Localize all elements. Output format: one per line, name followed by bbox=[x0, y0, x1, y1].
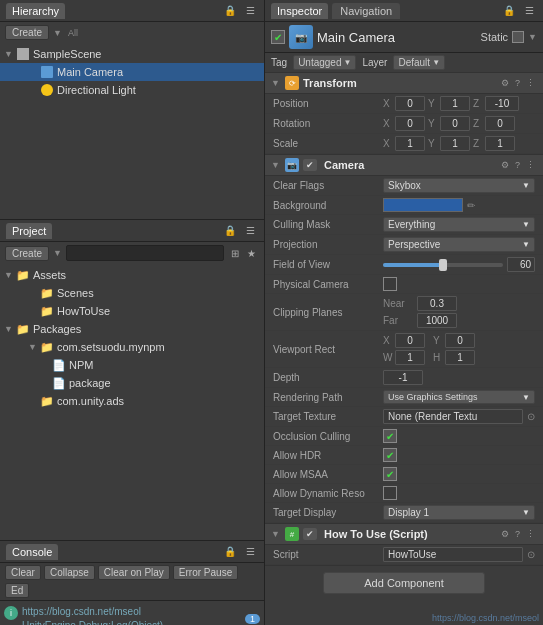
script-enabled-check[interactable]: ✔ bbox=[303, 528, 317, 540]
folder-com-setsuodu[interactable]: ▼ 📁 com.setsuodu.mynpm bbox=[0, 338, 264, 356]
add-component-button[interactable]: Add Component bbox=[323, 572, 485, 594]
static-checkbox[interactable] bbox=[512, 31, 524, 43]
occlusion-culling-checkbox[interactable]: ✔ bbox=[383, 429, 397, 443]
camera-help-icon[interactable]: ? bbox=[513, 159, 522, 171]
folder-scenes[interactable]: 📁 Scenes bbox=[0, 284, 264, 302]
transform-section-header[interactable]: ▼ ⟳ Transform ⚙ ? ⋮ bbox=[265, 72, 543, 94]
folder-package[interactable]: 📄 package bbox=[0, 374, 264, 392]
script-settings-icon[interactable]: ⚙ bbox=[499, 528, 511, 540]
hierarchy-create-btn[interactable]: Create bbox=[5, 25, 49, 40]
script-section-header[interactable]: ▼ # ✔ How To Use (Script) ⚙ ? ⋮ bbox=[265, 523, 543, 545]
pos-z-input[interactable] bbox=[485, 96, 519, 111]
console-clear-btn[interactable]: Clear bbox=[5, 565, 41, 580]
folder-com-unity-ads[interactable]: 📁 com.unity.ads bbox=[0, 392, 264, 410]
fov-slider[interactable] bbox=[383, 263, 503, 267]
console-ed-btn[interactable]: Ed bbox=[5, 583, 29, 598]
background-color-swatch[interactable] bbox=[383, 198, 463, 212]
target-texture-field[interactable]: None (Render Textu bbox=[383, 409, 523, 424]
tag-dropdown[interactable]: Untagged ▼ bbox=[293, 55, 356, 70]
projection-dropdown[interactable]: Perspective ▼ bbox=[383, 237, 535, 252]
camera-settings-icon[interactable]: ⚙ bbox=[499, 159, 511, 171]
console-entry[interactable]: i https://blog.csdn.net/mseol UnityEngin… bbox=[4, 603, 260, 625]
folder-howtouse[interactable]: 📁 HowToUse bbox=[0, 302, 264, 320]
project-search-input[interactable] bbox=[66, 245, 224, 261]
near-label: Near bbox=[383, 298, 413, 309]
project-create-btn[interactable]: Create bbox=[5, 246, 49, 261]
scale-z-input[interactable] bbox=[485, 136, 515, 151]
camera-section-header[interactable]: ▼ 📷 ✔ Camera ⚙ ? ⋮ bbox=[265, 154, 543, 176]
camera-enabled-check[interactable]: ✔ bbox=[303, 159, 317, 171]
tree-directional-light[interactable]: Directional Light bbox=[0, 81, 264, 99]
console-lock-icon[interactable]: 🔒 bbox=[221, 545, 239, 558]
watermark: https://blog.csdn.net/mseol bbox=[432, 613, 539, 623]
far-input[interactable] bbox=[417, 313, 457, 328]
project-menu-icon[interactable]: ☰ bbox=[243, 224, 258, 237]
script-overflow-icon[interactable]: ⋮ bbox=[524, 528, 537, 540]
target-display-dropdown[interactable]: Display 1 ▼ bbox=[383, 505, 535, 520]
script-field[interactable]: HowToUse bbox=[383, 547, 523, 562]
folder-packages[interactable]: ▼ 📁 Packages bbox=[0, 320, 264, 338]
static-dropdown-arrow[interactable]: ▼ bbox=[528, 32, 537, 42]
inspector-menu-icon[interactable]: ☰ bbox=[522, 4, 537, 17]
allow-dynamic-value bbox=[383, 486, 535, 500]
rendering-path-dropdown[interactable]: Use Graphics Settings ▼ bbox=[383, 390, 535, 404]
object-active-checkbox[interactable]: ✔ bbox=[271, 30, 285, 44]
scale-row: Scale X Y Z bbox=[265, 134, 543, 154]
color-eyedropper-icon[interactable]: ✏ bbox=[467, 200, 475, 211]
console-url[interactable]: https://blog.csdn.net/mseol bbox=[22, 605, 241, 619]
scale-y-input[interactable] bbox=[440, 136, 470, 151]
pos-y-input[interactable] bbox=[440, 96, 470, 111]
project-star-icon[interactable]: ★ bbox=[244, 247, 259, 260]
hierarchy-menu-icon[interactable]: ☰ bbox=[243, 4, 258, 17]
script-pick-icon[interactable]: ⊙ bbox=[527, 549, 535, 560]
pos-x-input[interactable] bbox=[395, 96, 425, 111]
script-help-icon[interactable]: ? bbox=[513, 528, 522, 540]
physical-camera-checkbox[interactable] bbox=[383, 277, 397, 291]
allow-dynamic-checkbox[interactable] bbox=[383, 486, 397, 500]
target-texture-pick-icon[interactable]: ⊙ bbox=[527, 411, 535, 422]
transform-overflow-icon[interactable]: ⋮ bbox=[524, 77, 537, 89]
console-menu-icon[interactable]: ☰ bbox=[243, 545, 258, 558]
project-lock-icon[interactable]: 🔒 bbox=[221, 224, 239, 237]
console-clear-on-play-btn[interactable]: Clear on Play bbox=[98, 565, 170, 580]
vp-y-input[interactable] bbox=[445, 333, 475, 348]
rot-y-input[interactable] bbox=[440, 116, 470, 131]
vp-h-input[interactable] bbox=[445, 350, 475, 365]
tree-sample-scene[interactable]: ▼ SampleScene bbox=[0, 45, 264, 63]
object-name[interactable]: Main Camera bbox=[317, 30, 477, 45]
scale-x-input[interactable] bbox=[395, 136, 425, 151]
tab-navigation[interactable]: Navigation bbox=[332, 3, 400, 19]
vp-x-input[interactable] bbox=[395, 333, 425, 348]
vp-w-input[interactable] bbox=[395, 350, 425, 365]
transform-settings-icon[interactable]: ⚙ bbox=[499, 77, 511, 89]
rendering-path-value: Use Graphics Settings ▼ bbox=[383, 390, 535, 404]
transform-help-icon[interactable]: ? bbox=[513, 77, 522, 89]
tab-hierarchy[interactable]: Hierarchy bbox=[6, 3, 65, 19]
project-view-icon[interactable]: ⊞ bbox=[228, 247, 242, 260]
clear-flags-dropdown[interactable]: Skybox ▼ bbox=[383, 178, 535, 193]
depth-input[interactable] bbox=[383, 370, 423, 385]
inspector-lock-icon[interactable]: 🔒 bbox=[500, 4, 518, 17]
allow-hdr-checkbox[interactable]: ✔ bbox=[383, 448, 397, 462]
scale-label: Scale bbox=[273, 138, 383, 149]
console-error-pause-btn[interactable]: Error Pause bbox=[173, 565, 238, 580]
fov-input[interactable] bbox=[507, 257, 535, 272]
tab-inspector[interactable]: Inspector bbox=[271, 3, 328, 19]
rot-x-input[interactable] bbox=[395, 116, 425, 131]
tab-console[interactable]: Console bbox=[6, 544, 58, 560]
tree-main-camera[interactable]: Main Camera bbox=[0, 63, 264, 81]
layer-dropdown[interactable]: Default ▼ bbox=[393, 55, 445, 70]
camera-overflow-icon[interactable]: ⋮ bbox=[524, 159, 537, 171]
target-texture-label: Target Texture bbox=[273, 411, 383, 422]
rot-z-input[interactable] bbox=[485, 116, 515, 131]
near-input[interactable] bbox=[417, 296, 457, 311]
hierarchy-lock-icon[interactable]: 🔒 bbox=[221, 4, 239, 17]
tab-project[interactable]: Project bbox=[6, 223, 52, 239]
scale-value: X Y Z bbox=[383, 136, 535, 151]
console-collapse-btn[interactable]: Collapse bbox=[44, 565, 95, 580]
folder-npm[interactable]: 📄 NPM bbox=[0, 356, 264, 374]
culling-mask-dropdown[interactable]: Everything ▼ bbox=[383, 217, 535, 232]
folder-assets[interactable]: ▼ 📁 Assets bbox=[0, 266, 264, 284]
fov-slider-thumb[interactable] bbox=[439, 259, 447, 271]
allow-msaa-checkbox[interactable]: ✔ bbox=[383, 467, 397, 481]
